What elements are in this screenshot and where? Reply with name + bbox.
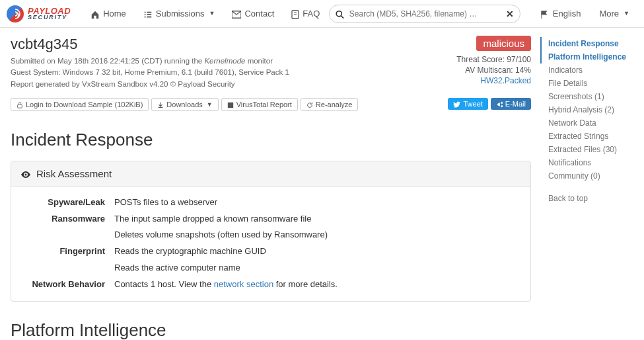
nav-language-label: English [553, 9, 581, 19]
logo-bot: SECURITY [28, 15, 71, 20]
threat-score: Threat Score: 97/100 [456, 55, 531, 64]
risk-value: Deletes volume snapshots (often used by … [114, 228, 520, 242]
nav-right: English More ▼ [532, 4, 637, 22]
av-multiscan: AV Multiscan: 14% [456, 65, 531, 75]
nav-contact-label: Contact [244, 9, 274, 19]
svg-line-4 [341, 16, 343, 19]
main-content: vcbt4g345 Submitted on May 18th 2016 22:… [0, 28, 542, 340]
right-sidebar: Incident Response Platform Intelligence … [542, 28, 637, 340]
sidebar-item-platform-intelligence[interactable]: Platform Intelligence [540, 50, 637, 64]
risk-key [22, 261, 114, 275]
nav-home[interactable]: Home [83, 4, 134, 22]
virustotal-label: VirusTotal Report [236, 101, 292, 108]
network-section-link[interactable]: network section [214, 279, 273, 289]
risk-heading: Risk Assessment [11, 161, 530, 187]
search-container: ✕ [329, 5, 520, 23]
risk-value: Contacts 1 host. View the network sectio… [114, 278, 520, 292]
nav-submissions-label: Submissions [156, 9, 205, 19]
tweet-label: Tweet [463, 100, 482, 108]
logo-text: PAYLOAD SECURITY [28, 7, 71, 21]
virustotal-button[interactable]: VirusTotal Report [221, 98, 298, 111]
risk-value: Reads the active computer name [114, 261, 520, 275]
report-generator: Report generated by VxStream Sandbox v4.… [11, 79, 456, 90]
book-icon [291, 8, 299, 19]
share-icon [496, 100, 503, 108]
risk-heading-label: Risk Assessment [36, 168, 112, 179]
nav-submissions[interactable]: Submissions ▼ [135, 4, 223, 22]
section-incident-response: Incident Response [11, 130, 531, 150]
submission-time: Submitted on May 18th 2016 22:41:25 (CDT… [11, 56, 456, 67]
vt-icon [227, 101, 234, 108]
logo-icon [7, 5, 24, 22]
sidebar-item-network-data[interactable]: Network Data [540, 116, 637, 130]
nav-items: Home Submissions ▼ Contact FAQ [83, 4, 328, 22]
sidebar-item-file-details[interactable]: File Details [540, 77, 637, 90]
brand-logo[interactable]: PAYLOAD SECURITY [7, 5, 71, 22]
svg-point-3 [336, 11, 341, 16]
email-button[interactable]: E-Mail [491, 98, 531, 110]
clear-icon[interactable]: ✕ [506, 9, 514, 19]
reanalyze-button[interactable]: Re-analyze [301, 98, 359, 111]
downloads-button[interactable]: Downloads ▼ [151, 98, 218, 111]
tweet-button[interactable]: Tweet [448, 98, 487, 110]
nav-faq-label: FAQ [303, 9, 320, 19]
nav-language[interactable]: English [532, 4, 589, 22]
sample-name: vcbt4g345 [11, 36, 456, 53]
svg-rect-5 [18, 105, 22, 108]
email-label: E-Mail [505, 100, 526, 108]
risk-assessment-panel: Risk Assessment Spyware/Leak POSTs files… [11, 161, 531, 302]
svg-rect-6 [228, 103, 233, 108]
detection-link[interactable]: HW32.Packed [480, 76, 531, 85]
envelope-icon [232, 8, 241, 19]
risk-value: Reads the cryptographic machine GUID [114, 245, 520, 259]
sidebar-item-incident-response[interactable]: Incident Response [540, 37, 637, 50]
verdict-block: malicious Threat Score: 97/100 AV Multis… [456, 36, 531, 87]
reanalyze-label: Re-analyze [316, 101, 353, 108]
twitter-icon [453, 100, 460, 108]
sidebar-item-extracted-strings[interactable]: Extracted Strings [540, 130, 637, 143]
sidebar-item-hybrid-analysis[interactable]: Hybrid Analysis (2) [540, 103, 637, 116]
sidebar-item-indicators[interactable]: Indicators [540, 64, 637, 77]
risk-key: Fingerprint [22, 245, 114, 259]
caret-down-icon: ▼ [209, 10, 215, 17]
login-download-label: Login to Download Sample (102KiB) [26, 101, 143, 108]
risk-key: Network Behavior [22, 278, 114, 292]
downloads-label: Downloads [166, 101, 202, 108]
caret-down-icon: ▼ [207, 101, 213, 108]
nav-faq[interactable]: FAQ [283, 4, 328, 22]
home-icon [90, 8, 100, 19]
sidebar-back-to-top[interactable]: Back to top [540, 192, 637, 205]
list-icon [143, 8, 153, 19]
nav-more-label: More [599, 9, 619, 19]
sidebar-item-community[interactable]: Community (0) [540, 169, 637, 183]
risk-value: POSTs files to a webserver [114, 196, 520, 210]
sidebar-item-screenshots[interactable]: Screenshots (1) [540, 90, 637, 103]
flag-icon [540, 8, 550, 19]
sidebar-item-extracted-files[interactable]: Extracted Files (30) [540, 143, 637, 156]
risk-value: The input sample dropped a known ransomw… [114, 212, 520, 226]
svg-point-7 [25, 173, 27, 175]
download-icon [157, 101, 164, 108]
sidebar-item-notifications[interactable]: Notifications [540, 156, 637, 169]
risk-key: Spyware/Leak [22, 196, 114, 210]
lock-icon [17, 101, 23, 108]
nav-contact[interactable]: Contact [224, 4, 282, 22]
search-icon [336, 9, 344, 19]
risk-key: Ransomware [22, 212, 114, 226]
top-navbar: PAYLOAD SECURITY Home Submissions ▼ Cont… [0, 0, 644, 28]
caret-down-icon: ▼ [624, 10, 629, 17]
section-platform-intelligence: Platform Intelligence [11, 320, 531, 340]
risk-key [22, 228, 114, 242]
refresh-icon [306, 101, 313, 108]
nav-more[interactable]: More ▼ [591, 5, 637, 22]
login-download-button[interactable]: Login to Download Sample (102KiB) [11, 98, 149, 111]
guest-system: Guest System: Windows 7 32 bit, Home Pre… [11, 67, 456, 78]
eye-icon [20, 168, 31, 179]
verdict-badge: malicious [476, 36, 531, 51]
nav-home-label: Home [103, 9, 126, 19]
search-input[interactable] [329, 5, 520, 23]
